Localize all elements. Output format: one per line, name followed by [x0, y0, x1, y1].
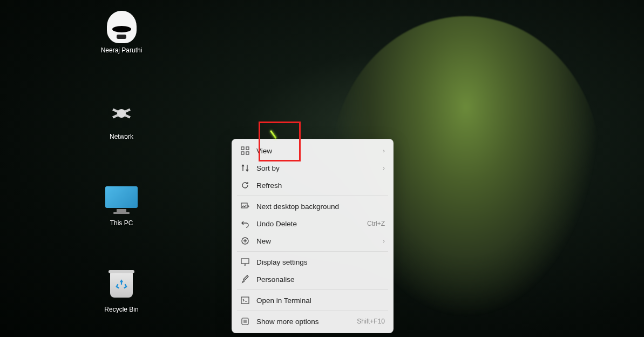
- menu-separator: [237, 251, 388, 252]
- svg-rect-1: [246, 147, 249, 150]
- sort-icon: [240, 163, 250, 173]
- network-icon: [103, 97, 140, 130]
- desktop-icon-label: Neeraj Paruthi: [101, 46, 143, 54]
- menu-shortcut: Shift+F10: [357, 318, 385, 325]
- menu-label: Undo Delete: [256, 220, 367, 228]
- menu-label: Open in Terminal: [256, 296, 385, 305]
- svg-rect-6: [241, 259, 249, 264]
- menu-item-new[interactable]: New ›: [235, 232, 390, 250]
- brush-icon: [240, 274, 250, 284]
- desktop-icon-label: Network: [110, 133, 133, 140]
- refresh-icon: [240, 180, 250, 190]
- desktop-icon-grid: Neeraj Paruthi Network This PC: [89, 11, 154, 313]
- chevron-right-icon: ›: [383, 165, 385, 171]
- desktop-icon-this-pc[interactable]: This PC: [89, 184, 154, 227]
- menu-item-next-background[interactable]: Next desktop background: [235, 198, 390, 215]
- display-icon: [240, 257, 250, 267]
- menu-item-personalise[interactable]: Personalise: [235, 271, 390, 288]
- menu-item-open-terminal[interactable]: Open in Terminal: [235, 292, 390, 309]
- menu-item-sort-by[interactable]: Sort by ›: [235, 159, 390, 177]
- desktop-context-menu: View › Sort by › Refresh Next desktop ba…: [232, 139, 394, 333]
- svg-rect-2: [241, 152, 244, 154]
- menu-label: Personalise: [256, 275, 385, 284]
- menu-label: Show more options: [256, 318, 357, 326]
- svg-rect-7: [241, 297, 249, 304]
- menu-item-undo-delete[interactable]: Undo Delete Ctrl+Z: [235, 215, 390, 232]
- menu-label: Next desktop background: [256, 203, 385, 211]
- undo-icon: [240, 219, 250, 228]
- desktop-icon-network[interactable]: Network: [89, 97, 154, 140]
- menu-separator: [237, 311, 388, 311]
- desktop-icon-recycle-bin[interactable]: Recycle Bin: [89, 270, 154, 313]
- svg-rect-0: [241, 147, 244, 150]
- menu-separator: [237, 289, 388, 290]
- menu-separator: [237, 196, 388, 196]
- desktop-icon-label: This PC: [110, 219, 133, 227]
- menu-label: Refresh: [256, 181, 385, 190]
- image-next-icon: [240, 201, 250, 211]
- grid-icon: [240, 146, 250, 156]
- menu-label: New: [256, 237, 383, 245]
- stormtrooper-icon: [103, 11, 140, 43]
- chevron-right-icon: ›: [383, 147, 385, 154]
- menu-item-show-more-options[interactable]: Show more options Shift+F10: [235, 313, 390, 330]
- recycle-bin-icon: [103, 270, 140, 302]
- menu-item-refresh[interactable]: Refresh: [235, 177, 390, 194]
- menu-shortcut: Ctrl+Z: [367, 220, 385, 227]
- more-icon: [240, 316, 250, 326]
- svg-rect-3: [246, 152, 249, 154]
- menu-label: Display settings: [256, 258, 385, 266]
- menu-item-view[interactable]: View ›: [235, 142, 390, 159]
- menu-item-display-settings[interactable]: Display settings: [235, 253, 390, 271]
- plus-circle-icon: [240, 236, 250, 246]
- menu-label: Sort by: [256, 164, 383, 172]
- desktop-icon-label: Recycle Bin: [104, 306, 138, 313]
- menu-label: View: [256, 147, 383, 155]
- desktop-icon-user-folder[interactable]: Neeraj Paruthi: [89, 11, 154, 54]
- monitor-icon: [103, 184, 140, 216]
- svg-rect-4: [241, 203, 247, 208]
- chevron-right-icon: ›: [383, 238, 385, 244]
- terminal-icon: [240, 295, 250, 305]
